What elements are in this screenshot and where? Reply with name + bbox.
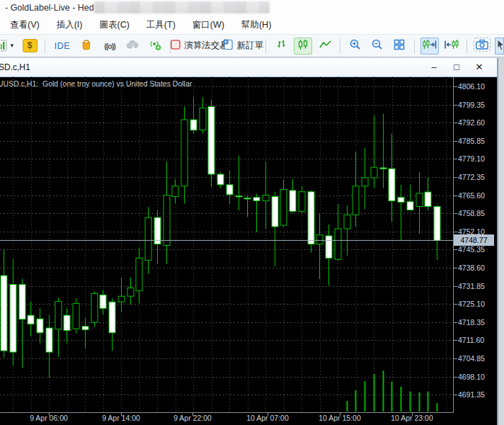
signal-waves-icon: ((o))	[104, 42, 115, 50]
redacted-account-text	[94, 1, 270, 13]
time-tick-label: 10 Apr 07:00	[246, 414, 289, 422]
menu-item-3[interactable]: 工具(T)	[138, 16, 184, 34]
chart-window-title-bar[interactable]: SD.c,H1 – □ ✕	[0, 58, 497, 77]
price-tick-label: 4799.35	[458, 101, 485, 109]
screenshot-button[interactable]	[473, 38, 491, 55]
toolbar-separator	[265, 39, 266, 53]
signals-button[interactable]: ((o))	[99, 38, 120, 55]
price-tick-label: 4758.85	[458, 209, 485, 217]
zoom-out-icon	[371, 38, 384, 54]
new-chart-button[interactable]: ▼	[0, 38, 17, 55]
maximize-button[interactable]: □	[448, 60, 465, 74]
toolbar-separator	[45, 39, 45, 53]
price-tick-label: 4772.35	[458, 173, 485, 181]
menu-item-0[interactable]: 查看(V)	[1, 16, 48, 34]
zoom-in-button[interactable]	[346, 38, 365, 55]
price-tick-label: 4704.85	[458, 354, 485, 363]
price-tick-label: 4711.60	[458, 336, 484, 344]
menu-bar: 查看(V)插入(I)圖表(C)工具(T)窗口(W)幫助(H)	[0, 16, 504, 34]
candlestick-mode-button[interactable]	[294, 38, 312, 55]
price-tick-label: 4765.60	[458, 191, 485, 200]
auto-scroll-button[interactable]	[442, 38, 461, 55]
main-title-bar[interactable]: - GoldLabel-Live - Hed	[0, 0, 504, 16]
app-title: - GoldLabel-Live - Hed	[5, 3, 94, 13]
time-tick-label: 10 Apr 15:00	[319, 414, 361, 422]
ide-button[interactable]: IDE	[51, 38, 74, 55]
new-order-icon	[222, 38, 234, 53]
chevron-down-icon: ▼	[9, 42, 15, 49]
price-tick-label: 4731.85	[458, 282, 485, 290]
price-tick-label: 4792.60	[458, 118, 485, 127]
algo-trading-button[interactable]: 演算法交易	[176, 38, 222, 55]
close-button[interactable]: ✕	[471, 60, 488, 74]
price-tick-label: 4785.85	[458, 137, 485, 145]
deposit-button[interactable]: $	[21, 38, 39, 55]
dollar-coin-icon: $	[23, 39, 38, 52]
grid-vertical	[13, 76, 447, 412]
menu-item-5[interactable]: 幫助(H)	[233, 16, 280, 34]
toolbar-separator	[414, 39, 415, 53]
cursor-tool-button[interactable]	[495, 38, 504, 55]
zoom-out-button[interactable]	[368, 38, 386, 55]
broadcast-add-button[interactable]	[146, 38, 164, 55]
candlestick-chart[interactable]	[0, 76, 496, 425]
bar-chart-icon	[275, 38, 287, 53]
chart-shift-button[interactable]	[420, 38, 439, 55]
bar-chart-mode-button[interactable]	[272, 38, 290, 55]
price-tick-label: 4725.10	[458, 300, 485, 308]
menu-item-1[interactable]: 插入(I)	[48, 16, 91, 34]
window-controls: – □ ✕	[425, 60, 488, 74]
line-chart-icon	[319, 39, 332, 53]
app-window: - GoldLabel-Live - Hed 查看(V)插入(I)圖表(C)工具…	[0, 0, 504, 425]
time-tick-label: 9 Apr 14:00	[102, 414, 140, 422]
toolbar: ▼ $ IDE ((o))	[0, 34, 504, 57]
time-tick-label: 9 Apr 06:00	[30, 414, 68, 422]
camera-icon	[473, 37, 491, 55]
new-order-label: 新訂單	[237, 40, 264, 52]
current-price-badge: 4748.77	[454, 234, 494, 246]
chart-window: SD.c,H1 – □ ✕ UUSD.c,H1: Gold (one troy …	[0, 58, 498, 425]
candlestick-icon	[297, 38, 309, 54]
new-chart-icon	[1, 39, 8, 53]
menu-item-2[interactable]: 圖表(C)	[91, 16, 137, 34]
tile-windows-icon	[393, 38, 406, 54]
broadcast-add-icon	[149, 38, 162, 54]
chart-window-title: SD.c,H1	[0, 62, 30, 72]
menu-item-4[interactable]: 窗口(W)	[184, 16, 233, 34]
price-tick-label: 4691.35	[458, 390, 485, 399]
chart-symbol-header: UUSD.c,H1: Gold (one troy ounce) vs Unit…	[0, 79, 192, 88]
axis-ticks	[50, 87, 458, 416]
price-tick-label: 4738.60	[458, 264, 485, 272]
toolbar-separator	[466, 39, 467, 53]
price-tick-label: 4698.10	[458, 373, 485, 381]
candles-layer	[1, 98, 440, 378]
price-tick-label: 4779.10	[458, 154, 485, 163]
ide-label: IDE	[55, 41, 70, 51]
price-tick-label: 4745.35	[458, 245, 485, 254]
time-tick-label: 9 Apr 22:00	[173, 414, 212, 422]
line-chart-mode-button[interactable]	[316, 38, 334, 55]
volume-bars	[348, 370, 437, 412]
cloud-button[interactable]	[124, 38, 142, 55]
tile-windows-button[interactable]	[390, 38, 408, 55]
minimize-button[interactable]: –	[425, 60, 442, 74]
price-tick-label: 4806.10	[458, 82, 485, 91]
new-order-button[interactable]: 新訂單	[226, 38, 260, 55]
zoom-in-icon	[349, 38, 362, 54]
toolbar-separator	[340, 39, 340, 53]
shift-left-icon	[444, 38, 459, 54]
algo-trading-stop-icon	[170, 39, 181, 53]
cursor-arrow-icon	[495, 43, 504, 55]
time-tick-label: 10 Apr 23:00	[391, 414, 433, 422]
shift-right-icon	[422, 38, 437, 54]
price-tick-label: 4718.35	[458, 318, 485, 327]
shopping-bag-icon	[80, 38, 93, 54]
cloud-icon	[126, 39, 140, 53]
market-button[interactable]	[77, 38, 96, 55]
